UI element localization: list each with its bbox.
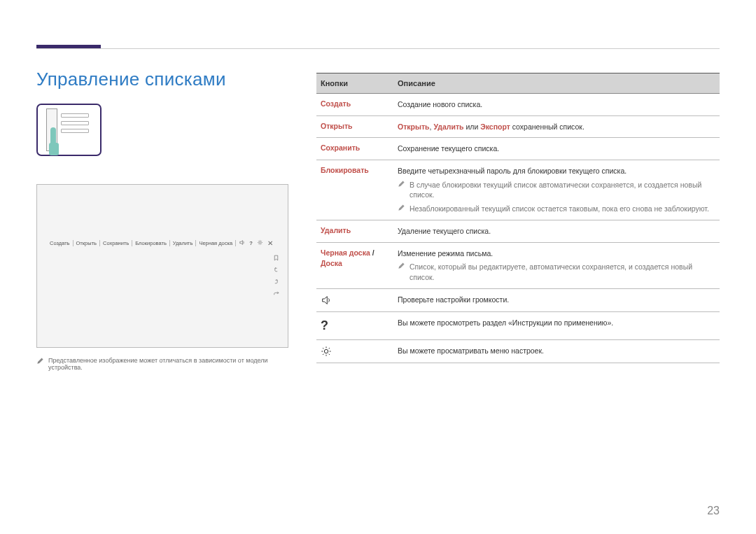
table-row-help: ? Вы можете просмотреть раздел «Инструкц… [316,312,720,340]
pencil-icon [398,180,405,190]
pencil-icon [36,357,44,366]
device-screenshot: Создать Открыть Сохранить Блокировать Уд… [36,184,288,348]
volume-icon [321,295,388,306]
table-row-volume: Проверьте настройки громкости. [316,289,720,312]
btn-settings-desc: Вы можете просматривать меню настроек. [393,340,720,363]
close-icon: ✕ [267,239,273,247]
screenshot-menubar: Создать Открыть Сохранить Блокировать Уд… [47,239,281,247]
pencil-icon [398,204,405,214]
screenshot-menu-save: Сохранить [100,240,132,246]
header-rule [36,45,720,49]
table-row-settings: Вы можете просматривать меню настроек. [316,340,720,363]
table-header: Кнопки Описание [316,73,720,94]
screenshot-side-icons [271,255,281,298]
screenshot-menu-blackboard: Черная доска [196,240,236,246]
btn-save-desc: Сохранение текущего списка. [393,138,720,160]
help-icon: ? [249,240,253,246]
th-description: Описание [393,73,720,93]
table-row-open: Открыть Открыть, Удалить или Экспорт сох… [316,116,720,139]
bookmark-icon [271,255,281,262]
btn-save-label: Сохранить [316,138,393,160]
gesture-menu-lines [61,113,89,133]
lock-desc-main: Введите четырехзначный пароль для блокир… [398,166,715,176]
th-buttons: Кнопки [316,73,393,93]
buttons-table: Кнопки Описание Создать Создание нового … [316,73,720,363]
btn-delete-label: Удалить [316,220,393,242]
screenshot-footnote: Представленное изображение может отличат… [36,357,288,371]
btn-lock-desc: Введите четырехзначный пароль для блокир… [393,160,720,220]
btn-create-desc: Создание нового списка. [393,94,720,115]
open-part3: Экспорт [480,122,510,131]
svg-point-0 [259,241,261,244]
lock-note-1: В случае блокировки текущий список автом… [398,180,715,200]
redo-icon [271,279,281,286]
header-accent [36,45,101,48]
table-row-save: Сохранить Сохранение текущего списка. [316,138,720,160]
open-part1: Открыть [398,122,430,131]
table-row-create: Создать Создание нового списка. [316,94,720,116]
table-row-lock: Блокировать Введите четырехзначный парол… [316,160,720,220]
svg-point-1 [324,349,328,353]
page-number: 23 [707,505,720,517]
pencil-icon [398,262,405,272]
board-note-1: Список, который вы редактируете, автомат… [398,262,715,282]
btn-open-desc: Открыть, Удалить или Экспорт сохраненный… [393,116,720,138]
screenshot-menu-open: Открыть [74,240,100,246]
undo-icon [271,267,281,274]
btn-lock-label: Блокировать [316,160,393,220]
gesture-illustration [36,104,102,156]
btn-help-desc: Вы можете просмотреть раздел «Инструкции… [393,312,720,339]
btn-board-desc: Изменение режима письма. Список, который… [393,243,720,288]
footnote-text: Представленное изображение может отличат… [48,357,288,371]
screenshot-menu-lock: Блокировать [132,240,170,246]
page-title: Управление списками [36,69,226,90]
open-part2: Удалить [433,122,463,131]
help-icon: ? [321,318,388,334]
gear-icon [257,239,263,247]
btn-volume-desc: Проверьте настройки громкости. [393,289,720,311]
screenshot-menu-create: Создать [47,240,74,246]
table-row-board: Черная доска / Доска Изменение режима пи… [316,243,720,289]
screenshot-menu-delete: Удалить [170,240,197,246]
btn-open-label: Открыть [316,116,393,138]
btn-create-label: Создать [316,94,393,115]
volume-icon [239,239,245,247]
gesture-hand [50,127,56,148]
share-icon [271,290,281,298]
gear-icon [321,346,388,357]
btn-delete-desc: Удаление текущего списка. [393,220,720,242]
btn-board-label: Черная доска / Доска [316,243,393,288]
lock-note-2: Незаблокированный текущий список остаетс… [398,204,715,214]
table-row-delete: Удалить Удаление текущего списка. [316,220,720,243]
